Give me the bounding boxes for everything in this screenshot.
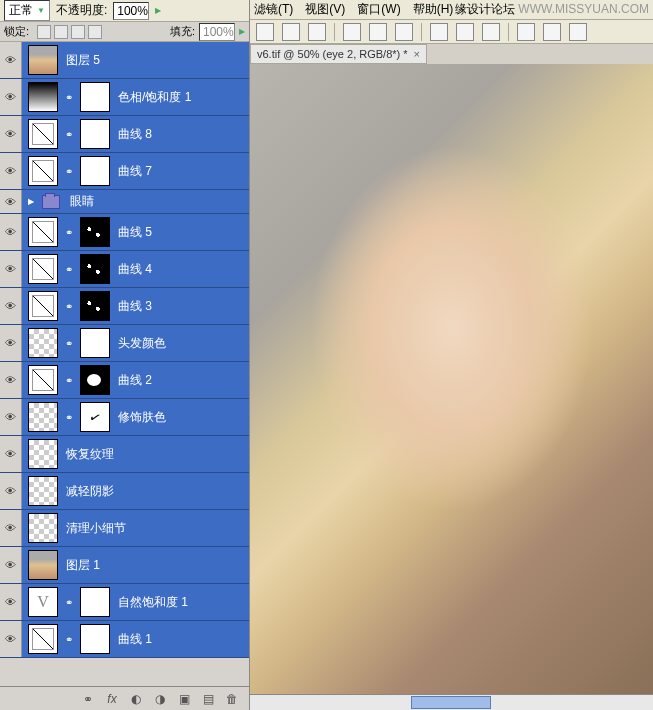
visibility-eye-icon[interactable] xyxy=(0,42,22,78)
layer-thumb[interactable] xyxy=(28,328,58,358)
align-icon[interactable] xyxy=(282,23,300,41)
layer-name[interactable]: 曲线 5 xyxy=(118,224,152,241)
visibility-eye-icon[interactable] xyxy=(0,547,22,583)
align-icon[interactable] xyxy=(308,23,326,41)
visibility-eye-icon[interactable] xyxy=(0,621,22,657)
layer-row[interactable]: ⚭曲线 8 xyxy=(0,116,249,153)
menu-filter[interactable]: 滤镜(T) xyxy=(254,1,293,18)
link-layers-icon[interactable]: ⚭ xyxy=(79,691,97,707)
layer-mask-thumb[interactable] xyxy=(80,254,110,284)
visibility-eye-icon[interactable] xyxy=(0,190,22,213)
lock-position-icon[interactable] xyxy=(71,25,85,39)
disclosure-icon[interactable]: ▶ xyxy=(28,197,34,206)
layer-mask-thumb[interactable] xyxy=(80,587,110,617)
chevron-right-icon[interactable]: ▶ xyxy=(239,27,245,36)
visibility-eye-icon[interactable] xyxy=(0,325,22,361)
delete-layer-icon[interactable]: 🗑 xyxy=(223,691,241,707)
layer-row[interactable]: 图层 5 xyxy=(0,42,249,79)
lock-transparent-icon[interactable] xyxy=(37,25,51,39)
layer-mask-thumb[interactable] xyxy=(80,328,110,358)
options-icon[interactable] xyxy=(569,23,587,41)
layer-thumb[interactable] xyxy=(28,82,58,112)
layer-name[interactable]: 减轻阴影 xyxy=(66,483,114,500)
layer-thumb[interactable] xyxy=(28,119,58,149)
distribute-icon[interactable] xyxy=(482,23,500,41)
layer-name[interactable]: 眼睛 xyxy=(70,193,94,210)
layer-row[interactable]: ⚭色相/饱和度 1 xyxy=(0,79,249,116)
layer-thumb[interactable] xyxy=(28,402,58,432)
distribute-icon[interactable] xyxy=(456,23,474,41)
canvas-area[interactable] xyxy=(250,64,653,694)
layer-mask-thumb[interactable] xyxy=(80,291,110,321)
link-icon[interactable]: ⚭ xyxy=(62,587,76,617)
scrollbar-thumb[interactable] xyxy=(411,696,491,709)
layer-name[interactable]: 曲线 3 xyxy=(118,298,152,315)
link-icon[interactable]: ⚭ xyxy=(62,624,76,654)
visibility-eye-icon[interactable] xyxy=(0,251,22,287)
layer-mask-thumb[interactable] xyxy=(80,217,110,247)
layer-mask-icon[interactable]: ◐ xyxy=(127,691,145,707)
lock-pixels-icon[interactable] xyxy=(54,25,68,39)
layer-row[interactable]: ▶眼睛 xyxy=(0,190,249,214)
link-icon[interactable]: ⚭ xyxy=(62,82,76,112)
visibility-eye-icon[interactable] xyxy=(0,214,22,250)
visibility-eye-icon[interactable] xyxy=(0,510,22,546)
align-edges-icon[interactable] xyxy=(256,23,274,41)
layer-row[interactable]: 恢复纹理 xyxy=(0,436,249,473)
layer-name[interactable]: 曲线 1 xyxy=(118,631,152,648)
link-icon[interactable]: ⚭ xyxy=(62,402,76,432)
layer-row[interactable]: ⚭曲线 3 xyxy=(0,288,249,325)
link-icon[interactable]: ⚭ xyxy=(62,156,76,186)
layer-name[interactable]: 色相/饱和度 1 xyxy=(118,89,191,106)
auto-align-icon[interactable] xyxy=(517,23,535,41)
link-icon[interactable]: ⚭ xyxy=(62,365,76,395)
visibility-eye-icon[interactable] xyxy=(0,584,22,620)
layer-name[interactable]: 曲线 4 xyxy=(118,261,152,278)
layer-row[interactable]: 减轻阴影 xyxy=(0,473,249,510)
document-tab[interactable]: v6.tif @ 50% (eye 2, RGB/8*) * × xyxy=(250,44,427,64)
layer-thumb[interactable] xyxy=(28,254,58,284)
layer-name[interactable]: 自然饱和度 1 xyxy=(118,594,188,611)
opacity-field[interactable]: 100% xyxy=(113,2,149,20)
link-icon[interactable]: ⚭ xyxy=(62,291,76,321)
visibility-eye-icon[interactable] xyxy=(0,362,22,398)
visibility-eye-icon[interactable] xyxy=(0,473,22,509)
options-icon[interactable] xyxy=(543,23,561,41)
layer-thumb[interactable] xyxy=(28,476,58,506)
distribute-icon[interactable] xyxy=(430,23,448,41)
new-layer-icon[interactable]: ▤ xyxy=(199,691,217,707)
blend-mode-select[interactable]: 正常 ▼ xyxy=(4,0,50,21)
distribute-icon[interactable] xyxy=(395,23,413,41)
layer-mask-thumb[interactable] xyxy=(80,82,110,112)
layer-thumb[interactable] xyxy=(28,217,58,247)
link-icon[interactable]: ⚭ xyxy=(62,119,76,149)
layer-row[interactable]: 清理小细节 xyxy=(0,510,249,547)
menu-forum[interactable]: 缘设计论坛 xyxy=(455,1,515,18)
chevron-right-icon[interactable]: ▶ xyxy=(155,6,161,15)
layer-thumb[interactable] xyxy=(28,513,58,543)
close-icon[interactable]: × xyxy=(414,48,420,60)
layer-name[interactable]: 图层 1 xyxy=(66,557,100,574)
layer-name[interactable]: 恢复纹理 xyxy=(66,446,114,463)
distribute-icon[interactable] xyxy=(343,23,361,41)
menu-view[interactable]: 视图(V) xyxy=(305,1,345,18)
layer-name[interactable]: 图层 5 xyxy=(66,52,100,69)
layer-thumb[interactable] xyxy=(28,439,58,469)
fx-icon[interactable]: fx xyxy=(103,691,121,707)
layer-row[interactable]: ⚭曲线 5 xyxy=(0,214,249,251)
menu-help[interactable]: 帮助(H) xyxy=(413,1,454,18)
layer-row[interactable]: ⚭曲线 1 xyxy=(0,621,249,658)
layer-thumb[interactable] xyxy=(28,291,58,321)
layer-row[interactable]: ⚭曲线 7 xyxy=(0,153,249,190)
layer-mask-thumb[interactable] xyxy=(80,624,110,654)
visibility-eye-icon[interactable] xyxy=(0,436,22,472)
menu-window[interactable]: 窗口(W) xyxy=(357,1,400,18)
layer-thumb[interactable] xyxy=(28,624,58,654)
layer-row[interactable]: ⚭头发颜色 xyxy=(0,325,249,362)
adjustment-layer-icon[interactable]: ◑ xyxy=(151,691,169,707)
layer-row[interactable]: 图层 1 xyxy=(0,547,249,584)
layer-thumb[interactable] xyxy=(28,550,58,580)
new-group-icon[interactable]: ▣ xyxy=(175,691,193,707)
layer-thumb[interactable] xyxy=(28,365,58,395)
link-icon[interactable]: ⚭ xyxy=(62,217,76,247)
